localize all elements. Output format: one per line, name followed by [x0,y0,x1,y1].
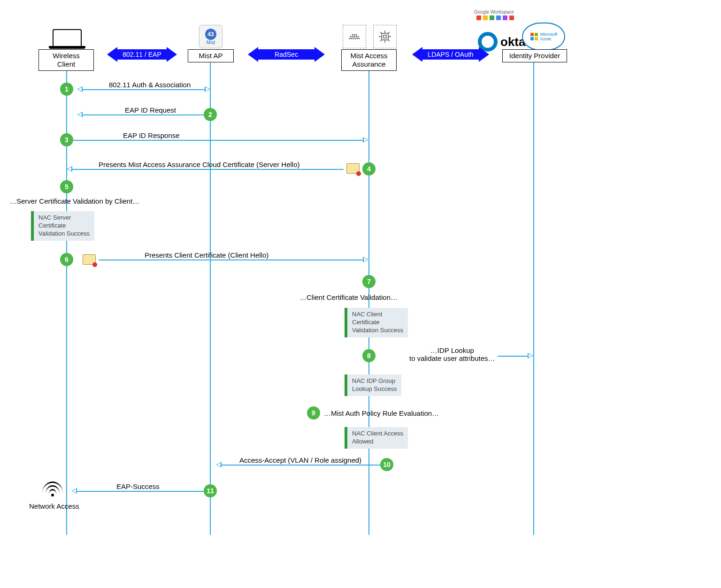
mist-ap-icon: 43 Mist [199,25,222,48]
line-2 [83,115,204,115]
status-5: NAC Server Certificate Validation Succes… [31,211,94,241]
line-11 [77,491,204,492]
ap-text: Mist [207,40,215,45]
arrowhead [216,462,222,467]
svg-point-13 [356,34,357,36]
svg-point-10 [358,36,359,38]
svg-point-5 [359,38,360,39]
cloud-dots-icon [343,25,366,48]
actor-ap: Mist AP [188,49,234,62]
msg-3: EAP ID Response [123,131,180,139]
msg-10: Access-Accept (VLAN / Role assigned) [239,456,361,464]
svg-point-0 [349,38,351,39]
svg-point-9 [356,36,357,38]
svg-rect-15 [384,35,386,38]
gws-text: Google Workspace [474,9,514,15]
step-10: 10 [380,458,393,471]
laptop-icon [53,29,82,47]
protocol-ldaps: LDAPS / OAuth [422,49,479,60]
svg-point-12 [354,34,355,36]
arrowhead [77,86,83,92]
arrowhead [205,86,210,92]
line-4 [72,169,344,170]
arrowhead [77,112,83,117]
note-9: …Mist Auth Policy Rule Evaluation… [324,409,439,417]
svg-point-3 [355,38,356,39]
note-5: …Server Certificate Validation by Client… [9,197,139,205]
sequence-diagram: 43 Mist Google Workspace [9,9,712,579]
svg-line-22 [380,39,382,41]
step-7: 7 [362,275,376,288]
status-9: NAC Client Access Allowed [345,427,408,449]
svg-line-21 [388,32,390,34]
msg-11: EAP-Success [116,482,160,490]
network-access-label: Network Access [29,502,79,510]
lifeline-ap [210,59,211,535]
svg-line-23 [388,39,390,41]
svg-point-6 [350,36,352,38]
svg-point-1 [351,38,353,39]
svg-point-8 [354,36,355,38]
step-1: 1 [60,83,73,96]
svg-point-4 [357,38,358,39]
protocol-radsec: RadSec [258,49,314,60]
azure-text: Microsoft Azure [540,32,558,41]
svg-rect-27 [535,37,538,40]
svg-rect-24 [530,33,534,36]
step-5: 5 [60,180,73,193]
svg-rect-26 [530,37,534,40]
line-6 [99,260,363,260]
line-3 [73,140,363,141]
status-8: NAC IDP Group Lookup Success [345,374,401,396]
arrowhead [363,137,368,143]
msg-6: Presents Client Certificate (Client Hell… [145,251,268,259]
line-8 [498,356,528,357]
protocol-eap: 802.11 / EAP [117,49,167,60]
lifeline-client [66,59,67,535]
google-workspace-icon: Google Workspace [474,9,514,20]
step-8: 8 [362,349,376,362]
status-7: NAC Client Certificate Validation Succes… [345,308,408,337]
arrowhead [71,488,77,494]
step-9: 9 [307,406,320,420]
arrowhead [363,257,368,262]
msg-4: Presents Mist Access Assurance Cloud Cer… [99,160,300,168]
step-11: 11 [204,484,217,497]
note-7: …Client Certificate Validation… [299,293,398,301]
certificate-icon [346,163,360,174]
lifeline-idp [533,59,534,535]
msg-2: EAP ID Request [125,106,176,114]
svg-rect-25 [535,33,538,36]
line-10 [222,465,380,466]
svg-rect-14 [382,33,388,40]
step-3: 3 [60,133,73,146]
line-1 [83,89,205,90]
svg-point-2 [353,38,354,39]
wifi-icon [42,481,63,496]
step-2: 2 [204,108,217,121]
msg-1: 802.11 Auth & Association [109,81,191,89]
step-4: 4 [362,162,376,176]
note-8: …IDP Lookup to validate user attributes… [409,346,495,362]
certificate-icon [83,254,96,265]
step-6: 6 [60,253,73,266]
ai-chip-icon [373,25,397,48]
actor-client: Wireless Client [38,49,94,71]
ap-badge: 43 [205,29,216,40]
svg-point-11 [352,34,353,36]
svg-line-20 [380,32,382,34]
arrowhead [528,353,533,359]
arrowhead [67,166,72,172]
actor-idp: Identity Provider [502,49,567,62]
azure-cloud-icon: Microsoft Azure [522,23,565,51]
svg-point-7 [352,36,353,38]
actor-maa: Mist Access Assurance [341,49,397,71]
